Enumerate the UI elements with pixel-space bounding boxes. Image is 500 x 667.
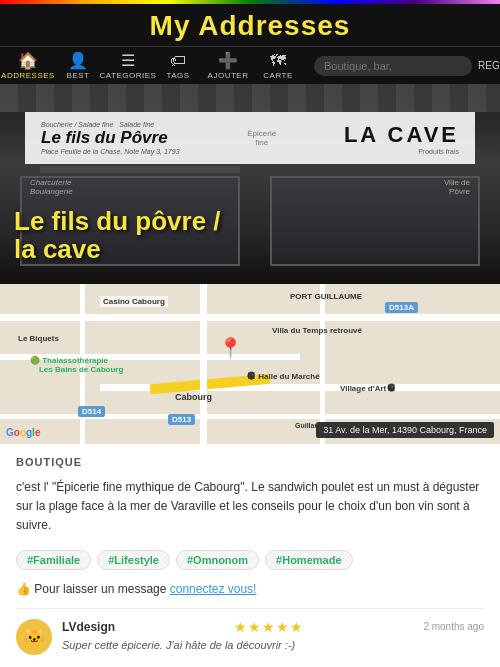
road — [320, 284, 325, 444]
road — [0, 314, 500, 321]
review-stars: ★★★★★ — [234, 619, 304, 635]
nav-item-ajouter[interactable]: ➕ AJOUTER — [208, 51, 248, 80]
content-section: BOUTIQUE c'est l' "Épicerie fine mythiqu… — [0, 444, 500, 667]
nav-item-addresses[interactable]: 🏠 ADDRESSES — [8, 51, 48, 80]
nav-label-ajouter: AJOUTER — [208, 71, 249, 80]
best-icon: 👤 — [68, 51, 88, 70]
nav-item-tags[interactable]: 🏷 TAGS — [158, 52, 198, 80]
map-address-badge: 31 Av. de la Mer, 14390 Cabourg, France — [316, 422, 494, 438]
tag-lifestyle[interactable]: #Lifestyle — [97, 550, 170, 570]
page-title: My Addresses — [0, 10, 500, 42]
place-description: c'est l' "Épicerie fine mythique de Cabo… — [16, 478, 484, 536]
map-label-port: PORT GUILLAUME — [290, 292, 362, 301]
nav-item-carte[interactable]: 🗺 CARTE — [258, 52, 298, 80]
map-background: Casino Cabourg Le Biquets PORT GUILLAUME… — [0, 284, 500, 444]
review-card: 🐱 LVdesign ★★★★★ 2 months ago Super cett… — [16, 608, 484, 665]
nav-label-best: BEST — [67, 71, 90, 80]
search-input[interactable] — [314, 56, 472, 76]
map-label-thalasso: 🟢 Thalassothérapie Les Bains de Cabourg — [30, 356, 123, 374]
tag-omnonom[interactable]: #Omnonom — [176, 550, 259, 570]
nav-label-addresses: ADDRESSES — [1, 71, 55, 80]
map-label-biquets: Le Biquets — [18, 334, 59, 343]
ajouter-icon: ➕ — [218, 51, 238, 70]
connect-link[interactable]: connectez vous! — [170, 582, 257, 596]
review-text: Super cette épicerie. J'ai hâte de la dé… — [62, 639, 484, 651]
map-pin: 📍 — [218, 336, 243, 360]
review-body: LVdesign ★★★★★ 2 months ago Super cette … — [62, 619, 484, 651]
hero-title: Le fils du pôvre / la cave — [14, 207, 221, 264]
addresses-icon: 🏠 — [18, 51, 38, 70]
map-label-villa: Villa du Temps retrouvé — [272, 326, 362, 335]
connect-row: 👍 Pour laisser un message connectez vous… — [16, 582, 484, 596]
nav-label-carte: CARTE — [263, 71, 292, 80]
tags-row: #Familiale #Lifestyle #Omnonom #Homemade — [16, 550, 484, 570]
tags-icon: 🏷 — [170, 52, 186, 70]
map-badge-d513a: D513A — [385, 302, 418, 313]
carte-icon: 🗺 — [270, 52, 286, 70]
road — [0, 414, 500, 419]
categories-icon: ☰ — [121, 51, 135, 70]
nav-item-categories[interactable]: ☰ CATEGORIES — [108, 51, 148, 80]
review-header: LVdesign ★★★★★ 2 months ago — [62, 619, 484, 635]
map-label-village: Village d'Art 🅟 — [340, 384, 396, 393]
map-badge-d513: D513 — [168, 414, 195, 425]
reviewer-avatar: 🐱 — [16, 619, 52, 655]
map-label-halle: 🅟 Halle du Marché — [248, 372, 320, 381]
map-section[interactable]: Casino Cabourg Le Biquets PORT GUILLAUME… — [0, 284, 500, 444]
connect-prompt: 👍 Pour laisser un message — [16, 582, 170, 596]
tag-familiale[interactable]: #Familiale — [16, 550, 91, 570]
nav-label-categories: CATEGORIES — [100, 71, 157, 80]
place-type: BOUTIQUE — [16, 456, 484, 468]
nav-item-best[interactable]: 👤 BEST — [58, 51, 98, 80]
navbar: 🏠 ADDRESSES 👤 BEST ☰ CATEGORIES 🏷 TAGS ➕… — [0, 46, 500, 84]
reviewer-name: LVdesign — [62, 620, 115, 634]
nav-label-tags: TAGS — [166, 71, 189, 80]
cave-label: LA CAVE — [344, 122, 459, 148]
page-header: My Addresses — [0, 4, 500, 46]
road — [200, 284, 207, 444]
tag-homemade[interactable]: #Homemade — [265, 550, 352, 570]
google-logo: Google — [6, 427, 40, 438]
review-time: 2 months ago — [423, 621, 484, 632]
map-badge-d514: D514 — [78, 406, 105, 417]
map-label-casino: Casino Cabourg — [100, 296, 168, 307]
map-label-cabourg: Cabourg — [175, 392, 212, 402]
register-button[interactable]: REGISTER — [478, 60, 500, 71]
hero-section: Boucherie / Salade fine Salade fine Le f… — [0, 84, 500, 284]
